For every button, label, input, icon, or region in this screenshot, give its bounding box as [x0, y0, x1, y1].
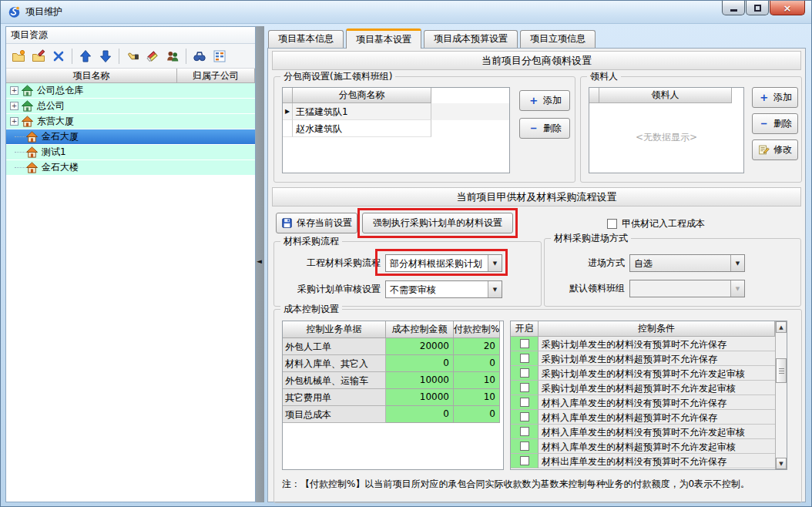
- subcontractor-delete-button[interactable]: －删除: [519, 118, 570, 139]
- expand-icon[interactable]: +: [10, 86, 18, 95]
- doc-pct[interactable]: 10: [454, 389, 500, 406]
- search-button[interactable]: [190, 47, 209, 65]
- picker-table[interactable]: 领料人 <无数据显示>: [589, 87, 744, 173]
- maximize-button[interactable]: [746, 1, 769, 15]
- subcontractor-column-header[interactable]: 分包商名称: [293, 88, 431, 103]
- tree-item[interactable]: + 公司总仓库: [6, 83, 255, 99]
- on-col-header[interactable]: 开启: [511, 321, 539, 337]
- checkbox-icon[interactable]: [520, 427, 529, 436]
- layout-button[interactable]: [210, 47, 229, 65]
- checkbox-icon[interactable]: [520, 456, 529, 465]
- subcontractor-add-button[interactable]: ＋添加: [519, 90, 570, 111]
- table-row[interactable]: 材料入库单、其它入 0 0: [283, 355, 503, 372]
- condition-row[interactable]: 材料入库单发生的材料超预算时不允许保存: [511, 410, 775, 425]
- condition-row[interactable]: 采购计划单发生的材料超预算时不允许发起审核: [511, 381, 775, 395]
- plan-audit-combobox[interactable]: 不需要审核 ▼: [385, 280, 502, 298]
- force-plan-material-button[interactable]: 强制执行采购计划单的材料设置: [362, 213, 513, 233]
- checkbox-icon[interactable]: [520, 398, 529, 407]
- table-row[interactable]: 其它费用单 10000 10: [283, 389, 503, 406]
- doc-col-header[interactable]: 控制业务单据: [283, 321, 386, 338]
- checkbox-icon[interactable]: [520, 442, 529, 451]
- checkbox-icon[interactable]: [520, 412, 529, 421]
- checkbox-icon[interactable]: [520, 339, 529, 348]
- checkbox-icon[interactable]: [520, 354, 529, 363]
- table-row[interactable]: 外包机械单、运输车 10000 10: [283, 372, 503, 389]
- panel-splitter[interactable]: ◄: [256, 26, 264, 502]
- scrollbar-thumb[interactable]: [776, 358, 787, 383]
- table-row[interactable]: 项目总成本 0 0: [283, 406, 503, 423]
- column-header-company[interactable]: 归属子公司: [177, 69, 255, 83]
- condition-row[interactable]: 采购计划单发生的材料超预算时不允许保存: [511, 351, 775, 366]
- table-row[interactable]: 外包人工单 20000 20: [283, 338, 503, 355]
- amount-col-header[interactable]: 成本控制金额: [386, 321, 454, 338]
- assign-button[interactable]: [123, 47, 142, 65]
- checkbox-icon[interactable]: [520, 368, 529, 378]
- material-flow-combobox[interactable]: 部分材料根据采购计划 ▼: [385, 254, 502, 272]
- clear-button[interactable]: [143, 47, 162, 65]
- tree-item-selected[interactable]: 金石大厦: [6, 129, 255, 145]
- doc-pct[interactable]: 20: [454, 338, 500, 355]
- default-team-combobox[interactable]: ▼: [629, 280, 745, 297]
- scroll-down-icon[interactable]: ▼: [776, 458, 787, 469]
- tab-project-basic-info[interactable]: 项目基本信息: [268, 30, 344, 48]
- condition-row[interactable]: 采购计划单发生的材料没有预算时不允许保存: [511, 337, 775, 351]
- tab-project-cost-budget-settings[interactable]: 项目成本预算设置: [424, 30, 518, 48]
- expand-icon[interactable]: +: [10, 102, 18, 110]
- subcontractor-name[interactable]: 王猛建筑队1: [293, 103, 431, 120]
- doc-pct[interactable]: 0: [454, 406, 500, 423]
- doc-amount[interactable]: 10000: [386, 389, 454, 406]
- doc-pct[interactable]: 0: [454, 355, 500, 372]
- condition-row[interactable]: 材料出库单发生的材料没有预算时不允许保存: [511, 454, 775, 468]
- tree-item[interactable]: + 总公司: [6, 99, 255, 114]
- minimize-button[interactable]: [722, 1, 745, 15]
- checkbox-icon[interactable]: [520, 383, 529, 392]
- doc-amount[interactable]: 20000: [386, 338, 454, 355]
- tab-project-basic-settings[interactable]: 项目基本设置: [346, 29, 421, 49]
- column-header-name[interactable]: 项目名称: [6, 69, 177, 83]
- tree-item[interactable]: + 东营大厦: [6, 114, 255, 129]
- expand-icon[interactable]: +: [10, 117, 18, 126]
- checkbox-icon[interactable]: [607, 219, 617, 229]
- vertical-scrollbar[interactable]: ▲ ▼: [775, 321, 787, 469]
- picker-edit-button[interactable]: 修改: [752, 139, 798, 160]
- doc-pct[interactable]: 10: [454, 372, 500, 389]
- scroll-up-icon[interactable]: ▲: [776, 321, 787, 333]
- table-row[interactable]: 赵水建筑队: [283, 120, 509, 137]
- chevron-down-icon[interactable]: ▼: [488, 281, 502, 297]
- tab-project-approval-info[interactable]: 项目立项信息: [520, 30, 596, 48]
- doc-amount[interactable]: 10000: [386, 372, 454, 389]
- entry-mode-combobox[interactable]: 自选 ▼: [629, 254, 745, 272]
- move-up-button[interactable]: [76, 47, 95, 65]
- new-folder-button[interactable]: [9, 47, 28, 65]
- close-button[interactable]: ×: [770, 1, 805, 15]
- save-settings-button[interactable]: 保存当前设置: [276, 213, 357, 233]
- splitter-collapse-icon[interactable]: ◄: [257, 257, 262, 265]
- pct-col-header[interactable]: 付款控制%: [454, 321, 500, 338]
- tree-item[interactable]: 测试1: [6, 145, 255, 160]
- users-button[interactable]: [163, 47, 182, 65]
- condition-row[interactable]: 材料入库单发生的材料没有预算时不允许发起审核: [511, 425, 775, 439]
- doc-amount[interactable]: 0: [386, 406, 454, 423]
- condition-row[interactable]: 材料入库单发生的材料没有预算时不允许保存: [511, 395, 775, 410]
- subcontractor-table[interactable]: 分包商名称 ▶ 王猛建筑队1 赵水建筑队: [282, 87, 510, 173]
- edit-folder-button[interactable]: [29, 47, 48, 65]
- table-row[interactable]: ▶ 王猛建筑队1: [283, 103, 509, 120]
- picker-add-button[interactable]: ＋添加: [752, 87, 798, 108]
- move-down-button[interactable]: [96, 47, 115, 65]
- window-titlebar[interactable]: 项目维护 ×: [1, 1, 811, 24]
- cost-doc-table[interactable]: 控制业务单据 成本控制金额 付款控制% 外包人工单 20000 20 材料入库单…: [282, 321, 504, 470]
- picker-delete-button[interactable]: －删除: [752, 113, 798, 134]
- chevron-down-icon[interactable]: ▼: [730, 255, 744, 271]
- cond-col-header[interactable]: 控制条件: [539, 321, 775, 337]
- condition-row[interactable]: 采购计划单发生的材料没有预算时不允许发起审核: [511, 366, 775, 381]
- subcontractor-name[interactable]: 赵水建筑队: [293, 120, 431, 137]
- tree-item[interactable]: 金石大楼: [6, 160, 255, 176]
- delete-button[interactable]: [49, 47, 68, 65]
- cost-condition-table[interactable]: 开启 控制条件 采购计划单发生的材料没有预算时不允许保存 采购计划单发生的材料超…: [510, 321, 787, 470]
- jgc-cost-checkbox-row[interactable]: 甲供材记入工程成本: [607, 217, 705, 230]
- chevron-down-icon[interactable]: ▼: [488, 255, 502, 271]
- chevron-down-icon[interactable]: ▼: [730, 280, 744, 297]
- doc-amount[interactable]: 0: [386, 355, 454, 372]
- picker-column-header[interactable]: 领料人: [599, 88, 732, 103]
- condition-row[interactable]: 材料入库单发生的材料超预算时不允许发起审核: [511, 439, 775, 454]
